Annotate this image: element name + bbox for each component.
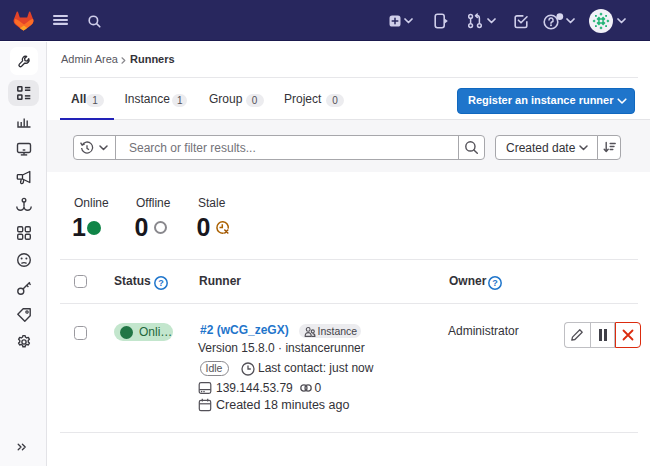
svg-text:?: ? <box>158 278 164 288</box>
svg-text:?: ? <box>492 278 498 288</box>
